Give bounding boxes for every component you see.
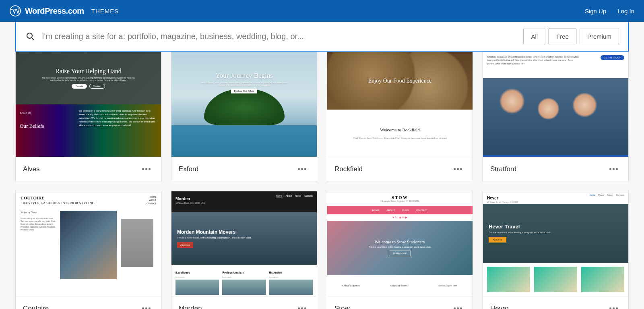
preview-foot-item: Personalized Sets bbox=[438, 284, 457, 287]
preview-logo: STOW bbox=[392, 195, 408, 200]
more-options-icon[interactable] bbox=[139, 165, 154, 173]
preview-col-title: Professionalism bbox=[222, 271, 244, 274]
preview-col-title: Expertise bbox=[269, 271, 282, 274]
search-input[interactable] bbox=[42, 32, 523, 41]
preview-nav-item: BLOG bbox=[402, 209, 409, 212]
theme-preview: STOW1 Example Street, Anytown, NY 10100 … bbox=[327, 191, 473, 296]
theme-name: Exford bbox=[179, 165, 198, 173]
preview-label: About Us bbox=[20, 112, 31, 114]
preview-btn: GET IN TOUCH bbox=[601, 55, 624, 60]
preview-hero-sub: This is a cover block, with a heading, a… bbox=[369, 246, 431, 248]
theme-preview: Stratford is a place of teaching excelle… bbox=[483, 52, 628, 157]
filter-free-button[interactable]: Free bbox=[549, 29, 576, 44]
theme-name: Rockfield bbox=[334, 165, 363, 173]
theme-card[interactable]: Raise Your Helping Hand We are a non-pro… bbox=[15, 52, 161, 181]
preview-btn: Explore Our Offers bbox=[231, 89, 258, 93]
preview-nav-item: CONTACT bbox=[416, 209, 428, 212]
brand-wrap[interactable]: WordPress.com THEMES bbox=[10, 5, 119, 17]
theme-card[interactable]: Stratford is a place of teaching excelle… bbox=[483, 52, 629, 181]
preview-nav-item: CONTACT bbox=[147, 202, 156, 205]
search-bar: All Free Premium bbox=[15, 22, 629, 52]
theme-name: Hever bbox=[490, 305, 508, 309]
preview-btn: About us bbox=[489, 237, 506, 243]
preview-tagline: LIFESTYLE, FASHION & INTERIOR STYLING. bbox=[21, 201, 95, 205]
preview-hero-title: Enjoy Our Food Experience bbox=[368, 78, 431, 84]
preview-nav-item: ABOUT bbox=[387, 209, 395, 212]
theme-card[interactable]: Hever42 Street Road, Chicago, IL 60007 H… bbox=[483, 191, 629, 309]
preview-btn: Contact bbox=[89, 84, 105, 89]
preview-address: 42 Street Road, City, 10000 USA bbox=[175, 202, 205, 204]
preview-hero-title: Welcome to Stow Stationery bbox=[375, 239, 425, 244]
login-link[interactable]: Log In bbox=[617, 8, 634, 15]
preview-foot-item: Office Supplies bbox=[342, 284, 360, 287]
preview-nav-item: News bbox=[295, 195, 301, 197]
preview-heading: Welcome to Rockfield bbox=[380, 127, 420, 132]
preview-nav-item: ABOUT bbox=[147, 199, 156, 202]
more-options-icon[interactable] bbox=[606, 304, 621, 309]
preview-hero-sub: This is a cover block, with a heading, a… bbox=[489, 231, 628, 234]
preview-nav-item: Home bbox=[589, 194, 595, 196]
signup-link[interactable]: Sign Up bbox=[585, 8, 606, 15]
preview-hero-title: Raise Your Helping Hand bbox=[55, 68, 121, 75]
theme-card[interactable]: Morden42 Street Road, City, 10000 USA Ho… bbox=[171, 191, 317, 309]
preview-address: 42 Street Road, Chicago, IL 60007 bbox=[487, 201, 518, 203]
preview-hero-title: Your Journey Begins bbox=[215, 72, 273, 80]
theme-card[interactable]: COUTOIRE LIFESTYLE, FASHION & INTERIOR S… bbox=[15, 191, 161, 309]
preview-hero-sub: With Exford, your journey starts here. P… bbox=[200, 81, 288, 86]
theme-preview: Morden42 Street Road, City, 10000 USA Ho… bbox=[171, 191, 317, 296]
preview-logo: COUTOIRE bbox=[21, 195, 95, 200]
search-icon bbox=[25, 31, 35, 41]
theme-name: Stow bbox=[334, 305, 350, 309]
theme-name: Morden bbox=[179, 305, 202, 309]
more-options-icon[interactable] bbox=[450, 165, 465, 173]
theme-name: Alves bbox=[23, 165, 40, 173]
theme-preview: Enjoy Our Food Experience Welcome to Roc… bbox=[327, 52, 473, 157]
preview-nav-item: HOME bbox=[372, 209, 380, 212]
preview-body: Chef Patron Jean Smith and Executive Che… bbox=[353, 137, 447, 139]
preview-btn: Donate bbox=[72, 84, 87, 89]
more-options-icon[interactable] bbox=[606, 165, 621, 173]
brand-text: WordPress.com bbox=[25, 6, 84, 16]
preview-address: 1 Example Street, Anytown, NY 10100 USA bbox=[380, 200, 419, 202]
preview-body: Stratford is a place of teaching excelle… bbox=[487, 55, 580, 65]
filter-all-button[interactable]: All bbox=[523, 29, 545, 44]
more-options-icon[interactable] bbox=[450, 304, 465, 309]
preview-heading: Our Beliefs bbox=[20, 123, 70, 129]
preview-nav-item: Home bbox=[276, 195, 283, 197]
preview-image bbox=[60, 211, 117, 279]
preview-body: We believe in a world where every child … bbox=[74, 104, 161, 157]
preview-body: Mauris sitting on a marble stair case. S… bbox=[21, 217, 56, 231]
preview-logo: Hever bbox=[487, 196, 498, 200]
preview-hero-title: Morden Mountain Movers bbox=[177, 229, 317, 235]
preview-hero-sub: This is a cover block, with a heading, a… bbox=[177, 236, 317, 239]
top-header: WordPress.com THEMES Sign Up Log In bbox=[0, 0, 644, 22]
wordpress-logo-icon bbox=[10, 5, 21, 17]
theme-card[interactable]: Enjoy Our Food Experience Welcome to Roc… bbox=[327, 52, 473, 181]
preview-btn: About us bbox=[177, 242, 193, 248]
preview-nav-item: HOME bbox=[147, 195, 156, 199]
preview-nav-item: News bbox=[598, 194, 604, 196]
filter-group: All Free Premium bbox=[523, 29, 619, 44]
filter-premium-button[interactable]: Premium bbox=[580, 29, 619, 44]
preview-nav-item: About bbox=[286, 195, 292, 197]
more-options-icon[interactable] bbox=[295, 304, 310, 309]
preview-col-title: Excellence bbox=[175, 271, 190, 274]
preview-hero-title: Hever Travel bbox=[489, 224, 628, 230]
theme-name: Coutoire bbox=[23, 305, 49, 309]
preview-nav-item: Contact bbox=[304, 195, 313, 197]
theme-name: Stratford bbox=[490, 165, 516, 173]
preview-foot-item: Specialty Items bbox=[390, 284, 407, 287]
section-title: THEMES bbox=[91, 8, 119, 15]
preview-logo: Morden bbox=[175, 197, 190, 201]
theme-preview: Raise Your Helping Hand We are a non-pro… bbox=[16, 52, 161, 157]
more-options-icon[interactable] bbox=[295, 165, 310, 173]
theme-card[interactable]: Your Journey Begins With Exford, your jo… bbox=[171, 52, 317, 181]
preview-caption: Stripe of Navy bbox=[21, 211, 56, 215]
preview-hero-sub: We are a non-profit organization, we are… bbox=[40, 77, 136, 81]
theme-preview: Hever42 Street Road, Chicago, IL 60007 H… bbox=[483, 191, 628, 296]
theme-card[interactable]: STOW1 Example Street, Anytown, NY 10100 … bbox=[327, 191, 473, 309]
more-options-icon[interactable] bbox=[139, 304, 154, 309]
svg-line-2 bbox=[32, 38, 34, 40]
preview-image bbox=[121, 219, 153, 267]
preview-nav-item: Contact bbox=[616, 194, 624, 196]
